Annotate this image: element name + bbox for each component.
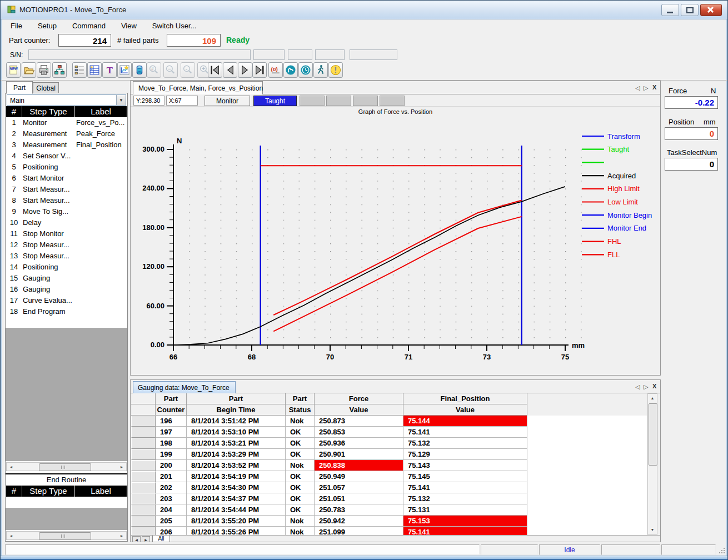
program-grid-button[interactable] [87,62,102,78]
close-button[interactable] [700,4,722,16]
curve-slot-button[interactable] [300,96,325,106]
minimize-button[interactable] [661,4,679,16]
graph-tab[interactable]: Move_To_Force, Main, Force_vs_Position [133,81,263,94]
begin-time-cell[interactable]: 8/1/2014 3:54:44 PM [187,504,286,516]
force-value-cell[interactable]: 250.936 [315,438,403,449]
part-status-cell[interactable]: Nok [286,527,315,535]
part-status-cell[interactable]: OK [286,427,315,438]
part-status-cell[interactable]: Nok [286,416,315,427]
step-row[interactable]: 16Gauging [6,284,127,295]
begin-time-cell[interactable]: 8/1/2014 3:55:26 PM [187,527,286,535]
row-selector-cell[interactable] [131,460,156,471]
table-row[interactable]: 2018/1/2014 3:54:19 PMOK250.94975.145 [131,471,647,482]
curve-slot-button[interactable] [380,96,405,106]
final-position-cell[interactable]: 75.129 [403,449,527,460]
taught-button[interactable]: Taught [253,96,297,106]
tab-scroll-right-icon[interactable]: ▷ [644,84,648,92]
alarm-button[interactable] [328,62,343,78]
scroll-right-icon[interactable]: ► [118,463,126,470]
begin-time-cell[interactable]: 8/1/2014 3:54:30 PM [187,482,286,493]
force-value-cell[interactable]: 250.873 [315,416,403,427]
table-row[interactable]: 2038/1/2014 3:54:37 PMOK251.05175.132 [131,493,647,504]
step-row[interactable]: 12Stop Measur... [6,239,127,251]
menu-item-setup[interactable]: Setup [30,19,64,32]
position-value-field[interactable]: 0 [665,127,718,140]
part-counter-cell[interactable]: 196 [156,416,187,427]
sheet-next-icon[interactable]: ▶ [142,536,150,542]
part-status-cell[interactable]: OK [286,438,315,449]
begin-time-cell[interactable]: 8/1/2014 3:55:20 PM [187,516,286,527]
part-status-cell[interactable]: OK [286,482,315,493]
step-row[interactable]: 13Stop Measur... [6,251,127,262]
final-position-cell[interactable]: 75.153 [403,516,527,527]
chart-export-button[interactable] [117,62,132,78]
serial-field-4[interactable] [315,49,345,60]
counter-reset-button[interactable]: (0) [268,62,283,78]
new-file-button[interactable]: NEW [6,62,21,78]
menu-item-view[interactable]: View [113,19,144,32]
step-row[interactable]: 6Start Monitor [6,173,127,184]
final-position-cell[interactable]: 75.131 [403,504,527,516]
tab-scroll-left-icon[interactable]: ◁ [635,383,640,391]
flowchart-button[interactable] [52,62,67,78]
zoom-equal-button[interactable]: = [163,62,178,78]
scroll-left-icon[interactable]: ◄ [7,532,15,539]
row-selector-cell[interactable] [131,438,156,449]
sheet-prev-icon[interactable]: ◀ [132,536,141,542]
table-row[interactable]: 1968/1/2014 3:51:42 PMNok250.87375.144 [131,416,647,427]
tab-global[interactable]: Global [33,82,59,94]
table-row[interactable]: 2008/1/2014 3:53:52 PMNok250.83875.143 [131,460,647,471]
part-counter-cell[interactable]: 197 [156,427,187,438]
serial-input[interactable] [28,49,251,60]
part-status-cell[interactable]: Nok [286,460,315,471]
begin-time-cell[interactable]: 8/1/2014 3:53:10 PM [187,427,286,438]
force-value-cell[interactable]: 251.057 [315,482,403,493]
failed-parts-field[interactable]: 109 [167,34,221,47]
part-counter-cell[interactable]: 201 [156,471,187,482]
person-walking-button[interactable] [313,62,328,78]
begin-time-cell[interactable]: 8/1/2014 3:53:21 PM [187,438,286,449]
open-folder-button[interactable] [22,62,36,78]
row-selector-cell[interactable] [131,449,156,460]
tab-scroll-left-icon[interactable]: ◁ [635,84,640,92]
part-counter-cell[interactable]: 203 [156,493,187,504]
step-list-button[interactable] [72,62,87,78]
cylinder-tool-button[interactable] [132,62,147,78]
resize-grip[interactable] [719,547,726,554]
step-row[interactable]: 10Delay [6,217,127,228]
final-position-cell[interactable]: 75.141 [403,427,527,438]
force-value-cell[interactable]: 250.949 [315,471,403,482]
part-counter-cell[interactable]: 199 [156,449,187,460]
panel-close-icon[interactable]: X [652,383,656,389]
force-value-cell[interactable]: 251.099 [315,527,403,535]
part-status-cell[interactable]: OK [286,504,315,516]
routine-select[interactable]: Main ▼ [7,94,126,106]
serial-field-2[interactable] [253,49,285,60]
curve-slot-button[interactable] [326,96,351,106]
force-value-cell[interactable]: 250.942 [315,516,403,527]
step-row[interactable]: 3MeasurementFinal_Position [6,139,127,151]
scrollbar-thumb[interactable] [39,463,91,471]
step-row[interactable]: 2MeasurementPeak_Force [6,128,127,139]
zoom-out-button[interactable]: - [181,62,195,78]
final-position-cell[interactable]: 75.143 [403,460,527,471]
row-selector-cell[interactable] [131,416,156,427]
scroll-down-icon[interactable]: ▼ [649,526,656,534]
final-position-cell[interactable]: 75.145 [403,471,527,482]
part-status-cell[interactable]: OK [286,449,315,460]
text-tool-button[interactable]: T [102,62,117,78]
serial-field-3[interactable] [288,49,312,60]
gauging-tab[interactable]: Gauging data: Move_To_Force [133,381,236,393]
step-row[interactable]: 4Set Sensor V... [6,151,127,162]
scroll-up-icon[interactable]: ▲ [649,394,656,402]
nav-last-button[interactable] [252,62,267,78]
scroll-left-icon[interactable]: ◄ [7,463,15,470]
force-value-cell[interactable]: 250.838 [315,460,403,471]
table-row[interactable]: 2028/1/2014 3:54:30 PMOK251.05775.141 [131,482,647,493]
step-row[interactable]: 7Start Measur... [6,184,127,195]
serial-field-5[interactable] [350,49,397,60]
end-routine-hscrollbar[interactable]: ◄ ► [6,531,127,540]
timer-button[interactable] [298,62,313,78]
scrollbar-thumb[interactable] [649,403,657,466]
print-button[interactable] [37,62,51,78]
